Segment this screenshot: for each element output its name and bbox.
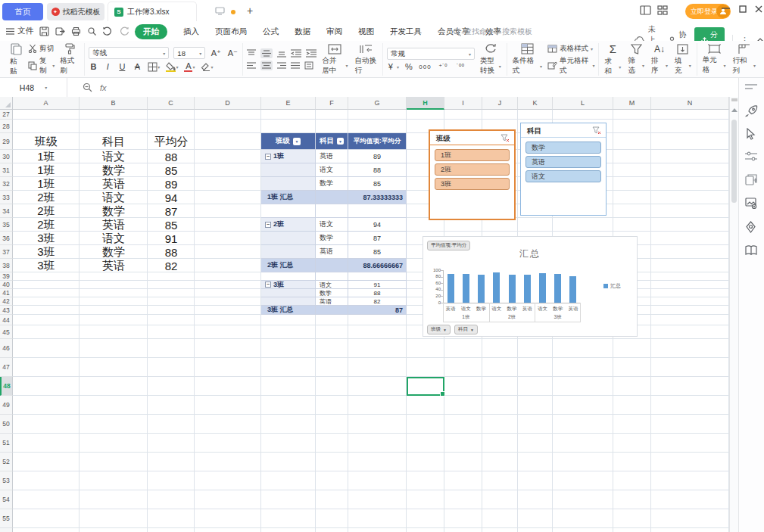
justify-icon[interactable] — [291, 62, 300, 69]
cell[interactable]: 英语 — [80, 218, 148, 232]
chart-bar[interactable] — [524, 275, 531, 303]
cell[interactable]: 3班 — [13, 232, 80, 245]
column-header-L[interactable]: L — [553, 97, 613, 110]
reference-book-icon[interactable] — [745, 245, 757, 256]
pivot-cell[interactable]: 94 — [348, 218, 407, 232]
settings-sliders-icon[interactable] — [745, 151, 757, 161]
vertical-scrollbar[interactable] — [729, 97, 738, 532]
pivot-cell[interactable] — [348, 204, 407, 218]
pivot-cell[interactable]: 89 — [348, 150, 407, 163]
pivot-cell[interactable]: −3班 — [261, 281, 316, 289]
clear-filter-icon[interactable] — [592, 126, 601, 135]
export-icon[interactable] — [55, 26, 65, 36]
pivot-cell[interactable]: 1班 汇总 — [261, 191, 316, 204]
cell[interactable]: 1班 — [13, 163, 80, 177]
new-tab-button[interactable]: + — [247, 5, 253, 17]
cell[interactable]: 英语 — [80, 177, 148, 191]
collapse-icon[interactable]: − — [265, 154, 271, 160]
pivot-cell[interactable] — [261, 177, 316, 191]
column-header-N[interactable]: N — [651, 97, 729, 110]
column-header-E[interactable]: E — [261, 97, 316, 110]
pivot-cell[interactable]: 85 — [348, 177, 407, 191]
cell[interactable]: 85 — [148, 218, 195, 232]
window-maximize-icon[interactable] — [739, 5, 747, 13]
pivot-cell[interactable]: 语文 — [316, 218, 348, 232]
row-header-50[interactable]: 50 — [0, 415, 13, 434]
redo-icon[interactable] — [119, 26, 129, 36]
increase-indent-icon[interactable] — [306, 49, 317, 58]
apps-grid-icon[interactable] — [657, 5, 668, 15]
slicer-item[interactable]: 数学 — [525, 142, 601, 154]
row-header-28[interactable]: 28 — [0, 120, 13, 133]
currency-button[interactable]: ¥▾ — [387, 62, 399, 71]
pivot-cell[interactable] — [316, 191, 348, 204]
cell-header[interactable]: 科目 — [80, 133, 148, 150]
font-name-select[interactable]: 等线▾ — [89, 47, 169, 59]
pivot-cell[interactable] — [316, 272, 348, 281]
align-top-icon[interactable] — [247, 49, 256, 58]
ribbon-tab-公式[interactable]: 公式 — [263, 26, 279, 37]
row-header-29[interactable]: 29 — [0, 133, 13, 150]
pivot-cell[interactable]: 87 — [348, 306, 407, 315]
column-header-D[interactable]: D — [195, 97, 261, 110]
tab-workbook[interactable]: S 工作簿3.xlsx — [108, 2, 197, 21]
type-convert-button[interactable]: 类型转换▾ — [479, 43, 503, 76]
pivot-field-dropdown-icon[interactable]: ▼ — [337, 138, 344, 145]
slicer-item[interactable]: 英语 — [525, 156, 601, 168]
cell[interactable]: 88 — [148, 150, 195, 163]
cell[interactable]: 1班 — [13, 177, 80, 191]
row-header-38[interactable]: 38 — [0, 259, 13, 272]
pivot-cell[interactable] — [261, 232, 316, 245]
pivot-cell[interactable]: 语文 — [316, 281, 348, 289]
pivot-cell[interactable] — [261, 297, 316, 306]
ribbon-tab-数据[interactable]: 数据 — [295, 26, 310, 37]
shrink-font-button[interactable]: A⁻ — [226, 48, 239, 58]
pivot-cell[interactable] — [261, 289, 316, 297]
table-style-button[interactable]: 表格样式▾ — [547, 44, 594, 54]
pivot-cell[interactable] — [348, 272, 407, 281]
file-menu-button[interactable]: 文件 — [6, 26, 33, 36]
column-header-G[interactable]: G — [348, 97, 407, 110]
column-header-C[interactable]: C — [148, 97, 195, 110]
fill-button[interactable]: 填充▾ — [673, 44, 693, 76]
row-header-52[interactable]: 52 — [0, 453, 13, 471]
pivot-cell[interactable]: 英语 — [316, 297, 348, 306]
eraser-icon[interactable]: ▾ — [201, 63, 213, 71]
column-header-J[interactable]: J — [482, 97, 518, 110]
cell-header[interactable]: 班级 — [13, 133, 80, 150]
row-header-30[interactable]: 30 — [0, 150, 13, 163]
chart-bar[interactable] — [509, 275, 516, 303]
row-header-36[interactable]: 36 — [0, 232, 13, 245]
row-header-42[interactable]: 42 — [0, 297, 13, 306]
pivot-cell[interactable]: 班级▼ — [261, 133, 316, 150]
pivot-cell[interactable] — [316, 259, 348, 272]
undo-icon[interactable] — [103, 26, 113, 36]
ribbon-tab-审阅[interactable]: 审阅 — [326, 26, 342, 37]
row-header-46[interactable]: 46 — [0, 339, 13, 358]
cells-button[interactable]: 单元格▾ — [701, 44, 728, 75]
underline-button[interactable]: U — [117, 62, 126, 71]
pivot-cell[interactable]: 英语 — [316, 150, 348, 163]
column-header-F[interactable]: F — [316, 97, 348, 110]
zoom-formula-icon[interactable] — [83, 82, 92, 92]
pivot-cell[interactable] — [261, 204, 316, 218]
distribute-icon[interactable] — [304, 61, 313, 70]
pivot-cell[interactable]: 88 — [348, 289, 407, 297]
chart-bar[interactable] — [539, 273, 546, 303]
row-header-35[interactable]: 35 — [0, 218, 13, 232]
scroll-split-handle[interactable] — [731, 98, 737, 101]
scrollbar-thumb[interactable] — [731, 120, 737, 203]
chart-bar[interactable] — [569, 276, 576, 303]
row-header-37[interactable]: 37 — [0, 245, 13, 259]
cursor-select-icon[interactable] — [745, 128, 756, 140]
percent-button[interactable]: % — [404, 62, 413, 71]
print-preview-icon[interactable] — [87, 26, 97, 36]
tab-home[interactable]: 首页 — [2, 3, 43, 20]
pivot-cell[interactable]: 科目▼ — [316, 133, 348, 150]
pivot-cell[interactable]: 数学 — [316, 177, 348, 191]
chart-bar[interactable] — [493, 272, 500, 303]
cell[interactable]: 2班 — [13, 191, 80, 204]
slicer-科目[interactable]: 科目数学英语语文 — [520, 123, 607, 216]
collapse-icon[interactable]: − — [265, 222, 271, 228]
font-size-select[interactable]: 18▾ — [173, 47, 205, 59]
